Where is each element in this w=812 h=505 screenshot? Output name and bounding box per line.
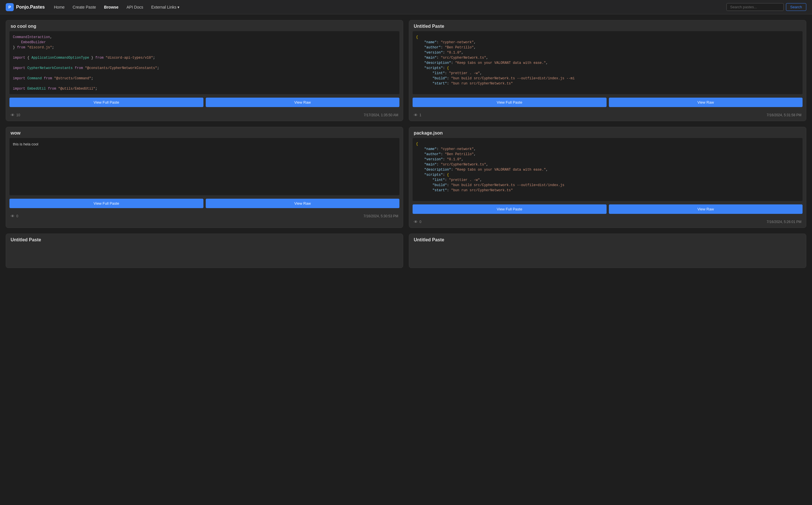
navbar: P Ponjo.Pastes Home Create Paste Browse … bbox=[0, 0, 812, 14]
view-raw-button-1[interactable]: View Raw bbox=[609, 98, 803, 107]
paste-actions-3: View Full Paste View Raw bbox=[409, 201, 806, 217]
paste-view-count-2: 0 bbox=[16, 214, 18, 218]
view-full-paste-button-2[interactable]: View Full Paste bbox=[9, 199, 204, 208]
paste-title-3: package.json bbox=[409, 127, 806, 138]
paste-title-0: so cool ong bbox=[6, 20, 403, 31]
paste-grid: so cool ong CommandInteraction, EmbedBui… bbox=[0, 14, 812, 274]
view-full-paste-button-3[interactable]: View Full Paste bbox=[413, 204, 606, 214]
nav-api-docs[interactable]: API Docs bbox=[123, 3, 147, 11]
paste-meta-3: 👁 0 7/16/2024, 5:26:01 PM bbox=[409, 217, 806, 227]
paste-title-2: wow bbox=[6, 127, 403, 138]
logo-icon: P bbox=[6, 3, 14, 11]
paste-card-0: so cool ong CommandInteraction, EmbedBui… bbox=[6, 20, 403, 121]
paste-views-3: 👁 0 bbox=[414, 219, 422, 224]
paste-code-3: { "name": "cypher-network", "author": "B… bbox=[413, 138, 803, 201]
paste-actions-0: View Full Paste View Raw bbox=[6, 94, 403, 111]
logo-text: Ponjo.Pastes bbox=[16, 5, 45, 10]
paste-view-count-3: 0 bbox=[420, 220, 422, 224]
nav-home[interactable]: Home bbox=[50, 3, 68, 11]
view-raw-button-2[interactable]: View Raw bbox=[206, 199, 400, 208]
paste-title-5: Untitled Paste bbox=[409, 234, 806, 245]
paste-card-4: Untitled Paste bbox=[6, 233, 403, 268]
eye-icon-0: 👁 bbox=[11, 113, 15, 117]
paste-date-2: 7/16/2024, 5:30:53 PM bbox=[364, 214, 398, 218]
paste-actions-2: View Full Paste View Raw bbox=[6, 195, 403, 211]
app-logo[interactable]: P Ponjo.Pastes bbox=[6, 3, 45, 11]
view-raw-button-0[interactable]: View Raw bbox=[206, 98, 400, 107]
nav-create-paste[interactable]: Create Paste bbox=[69, 3, 99, 11]
nav-search-area: Search bbox=[727, 3, 806, 11]
eye-icon-1: 👁 bbox=[414, 113, 418, 117]
paste-card-5: Untitled Paste bbox=[409, 233, 806, 268]
paste-view-count-0: 10 bbox=[16, 113, 20, 117]
paste-meta-0: 👁 10 7/17/2024, 1:35:50 AM bbox=[6, 111, 403, 121]
paste-meta-2: 👁 0 7/16/2024, 5:30:53 PM bbox=[6, 211, 403, 222]
paste-text-2: this is hela cool bbox=[9, 138, 399, 195]
paste-date-0: 7/17/2024, 1:35:50 AM bbox=[364, 113, 398, 117]
paste-meta-1: 👁 1 7/16/2024, 5:31:58 PM bbox=[409, 111, 806, 121]
paste-title-1: Untitled Paste bbox=[409, 20, 806, 31]
paste-content-2: this is hela cool bbox=[13, 142, 38, 146]
paste-date-3: 7/16/2024, 5:26:01 PM bbox=[767, 220, 801, 224]
eye-icon-2: 👁 bbox=[11, 214, 15, 218]
paste-views-2: 👁 0 bbox=[11, 214, 18, 218]
view-raw-button-3[interactable]: View Raw bbox=[609, 204, 803, 214]
paste-code-1: { "name": "cypher-network", "author": "B… bbox=[413, 31, 803, 94]
search-input[interactable] bbox=[727, 3, 784, 11]
paste-code-0: CommandInteraction, EmbedBuilder } from … bbox=[9, 31, 399, 94]
paste-card-2: wow this is hela cool View Full Paste Vi… bbox=[6, 127, 403, 228]
paste-actions-1: View Full Paste View Raw bbox=[409, 94, 806, 111]
paste-card-3: package.json { "name": "cypher-network",… bbox=[409, 127, 806, 228]
chevron-down-icon: ▾ bbox=[178, 5, 180, 9]
paste-card-1: Untitled Paste { "name": "cypher-network… bbox=[409, 20, 806, 121]
paste-title-4: Untitled Paste bbox=[6, 234, 403, 245]
nav-links: Home Create Paste Browse API Docs Extern… bbox=[50, 3, 721, 11]
view-full-paste-button-1[interactable]: View Full Paste bbox=[413, 98, 606, 107]
nav-external-links[interactable]: External Links ▾ bbox=[148, 3, 183, 11]
search-button[interactable]: Search bbox=[786, 3, 806, 11]
paste-view-count-1: 1 bbox=[420, 113, 422, 117]
view-full-paste-button-0[interactable]: View Full Paste bbox=[9, 98, 204, 107]
paste-views-1: 👁 1 bbox=[414, 113, 422, 117]
nav-browse[interactable]: Browse bbox=[101, 3, 122, 11]
paste-date-1: 7/16/2024, 5:31:58 PM bbox=[767, 113, 801, 117]
eye-icon-3: 👁 bbox=[414, 219, 418, 224]
paste-views-0: 👁 10 bbox=[11, 113, 20, 117]
